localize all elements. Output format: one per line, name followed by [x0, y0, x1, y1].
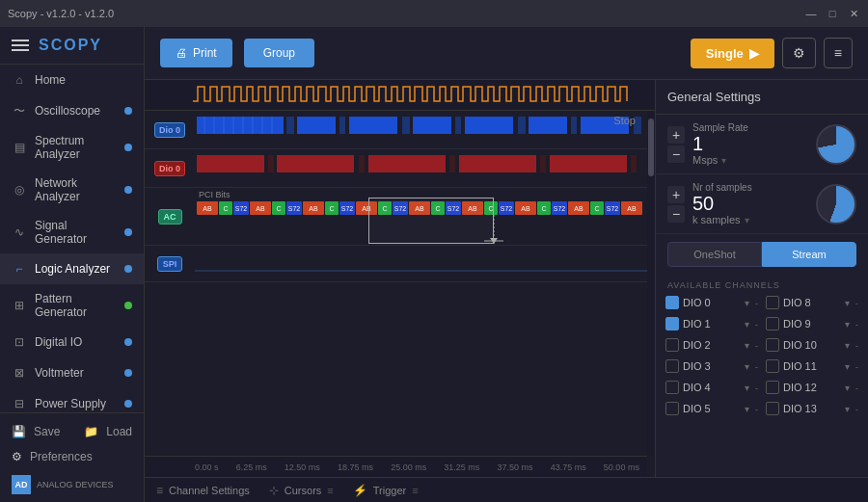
sidebar-item-logic[interactable]: ⌐ Logic Analyzer: [0, 253, 144, 284]
cursors-button[interactable]: ⊹ Cursors ≡: [269, 484, 334, 497]
toolbar-right: Single ▶ ⚙ ≡: [691, 38, 853, 68]
dio4-checkbox[interactable]: [665, 381, 679, 394]
dio9-checkbox[interactable]: [766, 317, 779, 330]
nr-samples-plus[interactable]: +: [667, 186, 685, 203]
dio13-dropdown[interactable]: ▾: [845, 404, 850, 414]
preferences-button[interactable]: ⚙ Preferences: [12, 446, 132, 467]
settings-icon-button[interactable]: ⚙: [782, 38, 816, 68]
sample-rate-unit: Msps: [692, 154, 718, 166]
tick-4: 25.00 ms: [391, 462, 426, 472]
sample-rate-group: + − Sample Rate 1 Msps ▾: [656, 115, 868, 174]
nr-samples-chevron[interactable]: ▾: [745, 215, 749, 225]
dio2-checkbox[interactable]: [665, 338, 679, 352]
svg-rect-0: [197, 117, 284, 134]
svg-text:S72: S72: [394, 205, 407, 212]
dio11-dropdown[interactable]: ▾: [845, 361, 850, 372]
sample-rate-plus[interactable]: +: [667, 126, 685, 144]
svg-text:C: C: [276, 205, 281, 212]
dio9-dash: -: [855, 319, 858, 330]
stream-button[interactable]: Stream: [762, 242, 856, 267]
dio13-checkbox[interactable]: [766, 402, 779, 415]
hamburger-icon[interactable]: [12, 40, 29, 51]
dio4-dropdown[interactable]: ▾: [745, 383, 749, 393]
sample-rate-chevron[interactable]: ▾: [721, 155, 726, 166]
nr-samples-minus[interactable]: −: [667, 205, 685, 223]
dio0-dash: -: [755, 298, 758, 308]
group-button[interactable]: Group: [244, 39, 314, 67]
sample-rate-display: Sample Rate 1 Msps ▾: [692, 122, 808, 166]
svg-text:S72: S72: [235, 205, 248, 212]
sidebar-item-oscilloscope[interactable]: 〜 Oscilloscope: [0, 95, 144, 126]
trigger-button[interactable]: ⚡ Trigger ≡: [353, 484, 419, 497]
nr-samples-display: Nr of samples 50 k samples ▾: [692, 182, 808, 225]
minimize-button[interactable]: —: [804, 7, 818, 20]
dio1-checkbox[interactable]: [665, 317, 679, 330]
app-logo: SCOPY: [39, 37, 102, 54]
dio9-dropdown[interactable]: ▾: [845, 319, 850, 330]
tick-3: 18.75 ms: [338, 462, 373, 472]
dio11-checkbox[interactable]: [766, 359, 779, 373]
dio9-name: DIO 9: [783, 318, 841, 330]
preferences-label: Preferences: [30, 450, 93, 463]
sidebar-item-signal-gen[interactable]: ∿ Signal Generator: [0, 211, 144, 253]
dio12-checkbox[interactable]: [766, 381, 779, 394]
sidebar-item-voltmeter[interactable]: ⊠ Voltmeter: [0, 357, 144, 388]
dio11-name: DIO 11: [783, 360, 841, 372]
print-button[interactable]: 🖨 Print: [160, 39, 232, 67]
nr-samples-knob[interactable]: [816, 184, 856, 225]
oneshot-button[interactable]: OneShot: [667, 242, 762, 267]
dio2-dash: -: [755, 340, 758, 351]
status-dot: [124, 265, 132, 273]
cursors-chevron: ≡: [327, 485, 333, 496]
dio12-dropdown[interactable]: ▾: [845, 383, 850, 393]
sample-rate-knob[interactable]: [816, 124, 856, 165]
sample-rate-minus[interactable]: −: [667, 145, 685, 163]
dio1-dropdown[interactable]: ▾: [745, 319, 749, 330]
dio5-checkbox[interactable]: [665, 402, 679, 415]
ch-item-dio2: DIO 2 ▾ -: [662, 334, 762, 356]
dio0-checkbox[interactable]: [665, 296, 679, 309]
sidebar-item-label: Voltmeter: [35, 366, 117, 380]
sidebar-item-digital-io[interactable]: ⊡ Digital IO: [0, 327, 144, 357]
sample-rate-label: Sample Rate: [692, 122, 808, 133]
ch-item-dio12: DIO 12 ▾ -: [762, 377, 862, 398]
single-button[interactable]: Single ▶: [691, 39, 774, 68]
dio2-dropdown[interactable]: ▾: [745, 340, 749, 351]
scroll-thumb[interactable]: [648, 119, 654, 176]
dio10-dropdown[interactable]: ▾: [845, 340, 850, 351]
sidebar-item-home[interactable]: ⌂ Home: [0, 65, 144, 95]
dio3-dropdown[interactable]: ▾: [745, 361, 749, 372]
sidebar-item-network[interactable]: ◎ Network Analyzer: [0, 169, 144, 211]
sidebar-item-spectrum[interactable]: ▤ Spectrum Analyzer: [0, 126, 144, 169]
dio8-dropdown[interactable]: ▾: [845, 298, 850, 308]
svg-rect-2: [297, 117, 336, 134]
save-button[interactable]: 💾 Save 📁 Load: [12, 421, 132, 442]
dio3-dash: -: [755, 361, 758, 372]
sidebar-item-label: Pattern Generator: [35, 292, 117, 319]
plot-scrollbar[interactable]: [647, 111, 655, 456]
channel-settings-button[interactable]: ≡ Channel Settings: [156, 484, 250, 497]
main-split: Stop Dio 0: [145, 80, 868, 477]
ch-item-dio4: DIO 4 ▾ -: [662, 377, 762, 398]
sidebar-nav: ⌂ Home 〜 Oscilloscope ▤ Spectrum Analyze…: [0, 65, 144, 412]
dio13-name: DIO 13: [783, 403, 841, 414]
dio0-dropdown[interactable]: ▾: [745, 298, 749, 308]
sidebar-item-power[interactable]: ⊟ Power Supply: [0, 388, 144, 412]
dio12-dash: -: [855, 383, 858, 393]
menu-button[interactable]: ≡: [824, 38, 853, 68]
close-button[interactable]: ✕: [847, 7, 860, 20]
svg-text:AB: AB: [521, 205, 530, 212]
dio5-dropdown[interactable]: ▾: [745, 404, 749, 414]
dio8-checkbox[interactable]: [766, 296, 779, 309]
trigger-icon: ⚡: [353, 484, 367, 497]
tick-5: 31.25 ms: [444, 462, 479, 472]
channel-label-dio1: Dio 0: [145, 161, 195, 176]
maximize-button[interactable]: □: [826, 7, 839, 20]
sidebar-item-pattern[interactable]: ⊞ Pattern Generator: [0, 284, 144, 327]
ch-item-dio1: DIO 1 ▾ -: [662, 313, 762, 334]
svg-text:C: C: [382, 205, 387, 212]
dio10-checkbox[interactable]: [766, 338, 779, 352]
svg-rect-1: [286, 117, 294, 134]
sidebar-item-label: Logic Analyzer: [35, 262, 117, 276]
dio3-checkbox[interactable]: [665, 359, 679, 373]
